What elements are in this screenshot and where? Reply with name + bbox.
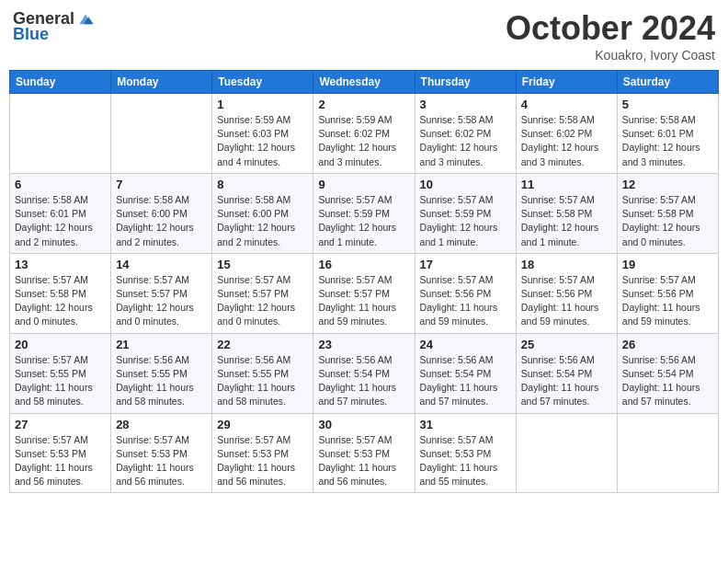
day-info: Sunrise: 5:57 AM Sunset: 5:57 PM Dayligh…	[116, 273, 207, 329]
table-row: 5Sunrise: 5:58 AM Sunset: 6:01 PM Daylig…	[617, 94, 718, 174]
day-number: 12	[622, 178, 713, 191]
day-number: 24	[420, 338, 511, 351]
header-sunday: Sunday	[10, 71, 111, 94]
table-row: 20Sunrise: 5:57 AM Sunset: 5:55 PM Dayli…	[10, 333, 111, 413]
day-info: Sunrise: 5:57 AM Sunset: 5:53 PM Dayligh…	[15, 433, 106, 489]
day-info: Sunrise: 5:57 AM Sunset: 5:53 PM Dayligh…	[318, 433, 409, 489]
table-row: 22Sunrise: 5:56 AM Sunset: 5:55 PM Dayli…	[212, 333, 313, 413]
day-info: Sunrise: 5:57 AM Sunset: 5:53 PM Dayligh…	[420, 433, 511, 489]
header-monday: Monday	[111, 71, 212, 94]
day-info: Sunrise: 5:56 AM Sunset: 5:54 PM Dayligh…	[521, 353, 612, 409]
day-info: Sunrise: 5:57 AM Sunset: 5:59 PM Dayligh…	[318, 193, 409, 249]
day-number: 3	[420, 98, 511, 111]
day-info: Sunrise: 5:58 AM Sunset: 6:02 PM Dayligh…	[420, 113, 511, 169]
day-number: 18	[521, 258, 612, 271]
header-thursday: Thursday	[415, 71, 516, 94]
day-number: 21	[116, 338, 207, 351]
day-info: Sunrise: 5:57 AM Sunset: 5:59 PM Dayligh…	[420, 193, 511, 249]
table-row: 31Sunrise: 5:57 AM Sunset: 5:53 PM Dayli…	[415, 413, 516, 493]
page-header: General Blue October 2024 Kouakro, Ivory…	[9, 9, 719, 63]
table-row: 8Sunrise: 5:58 AM Sunset: 6:00 PM Daylig…	[212, 173, 313, 253]
table-row	[516, 413, 617, 493]
table-row: 30Sunrise: 5:57 AM Sunset: 5:53 PM Dayli…	[313, 413, 415, 493]
day-info: Sunrise: 5:56 AM Sunset: 5:54 PM Dayligh…	[622, 353, 713, 409]
day-info: Sunrise: 5:56 AM Sunset: 5:55 PM Dayligh…	[116, 353, 207, 409]
location-subtitle: Kouakro, Ivory Coast	[506, 48, 715, 63]
day-info: Sunrise: 5:57 AM Sunset: 5:58 PM Dayligh…	[15, 273, 106, 329]
day-number: 11	[521, 178, 612, 191]
day-info: Sunrise: 5:57 AM Sunset: 5:57 PM Dayligh…	[217, 273, 308, 329]
day-number: 5	[622, 98, 713, 111]
table-row: 14Sunrise: 5:57 AM Sunset: 5:57 PM Dayli…	[111, 253, 212, 333]
table-row	[617, 413, 718, 493]
day-info: Sunrise: 5:58 AM Sunset: 6:02 PM Dayligh…	[521, 113, 612, 169]
calendar-week-row: 1Sunrise: 5:59 AM Sunset: 6:03 PM Daylig…	[10, 94, 719, 174]
table-row: 15Sunrise: 5:57 AM Sunset: 5:57 PM Dayli…	[212, 253, 313, 333]
table-row: 23Sunrise: 5:56 AM Sunset: 5:54 PM Dayli…	[313, 333, 415, 413]
day-number: 9	[318, 178, 409, 191]
table-row: 25Sunrise: 5:56 AM Sunset: 5:54 PM Dayli…	[516, 333, 617, 413]
day-info: Sunrise: 5:57 AM Sunset: 5:53 PM Dayligh…	[217, 433, 308, 489]
table-row: 11Sunrise: 5:57 AM Sunset: 5:58 PM Dayli…	[516, 173, 617, 253]
month-title: October 2024	[506, 9, 715, 48]
day-number: 4	[521, 98, 612, 111]
table-row: 1Sunrise: 5:59 AM Sunset: 6:03 PM Daylig…	[212, 94, 313, 174]
day-info: Sunrise: 5:58 AM Sunset: 6:00 PM Dayligh…	[217, 193, 308, 249]
day-number: 10	[420, 178, 511, 191]
day-number: 29	[217, 418, 308, 431]
day-info: Sunrise: 5:58 AM Sunset: 6:01 PM Dayligh…	[622, 113, 713, 169]
day-number: 13	[15, 258, 106, 271]
logo-blue: Blue	[13, 25, 49, 44]
table-row: 18Sunrise: 5:57 AM Sunset: 5:56 PM Dayli…	[516, 253, 617, 333]
day-number: 20	[15, 338, 106, 351]
title-area: October 2024 Kouakro, Ivory Coast	[506, 9, 715, 63]
calendar-header-row: Sunday Monday Tuesday Wednesday Thursday…	[10, 71, 719, 94]
day-info: Sunrise: 5:59 AM Sunset: 6:02 PM Dayligh…	[318, 113, 409, 169]
logo-icon	[76, 10, 95, 29]
day-number: 19	[622, 258, 713, 271]
day-info: Sunrise: 5:57 AM Sunset: 5:55 PM Dayligh…	[15, 353, 106, 409]
table-row: 16Sunrise: 5:57 AM Sunset: 5:57 PM Dayli…	[313, 253, 415, 333]
table-row: 7Sunrise: 5:58 AM Sunset: 6:00 PM Daylig…	[111, 173, 212, 253]
logo: General Blue	[13, 9, 95, 44]
day-number: 16	[318, 258, 409, 271]
table-row: 26Sunrise: 5:56 AM Sunset: 5:54 PM Dayli…	[617, 333, 718, 413]
calendar-week-row: 20Sunrise: 5:57 AM Sunset: 5:55 PM Dayli…	[10, 333, 719, 413]
day-info: Sunrise: 5:57 AM Sunset: 5:53 PM Dayligh…	[116, 433, 207, 489]
header-friday: Friday	[516, 71, 617, 94]
day-info: Sunrise: 5:57 AM Sunset: 5:58 PM Dayligh…	[521, 193, 612, 249]
day-number: 22	[217, 338, 308, 351]
table-row: 10Sunrise: 5:57 AM Sunset: 5:59 PM Dayli…	[415, 173, 516, 253]
table-row: 3Sunrise: 5:58 AM Sunset: 6:02 PM Daylig…	[415, 94, 516, 174]
day-number: 26	[622, 338, 713, 351]
calendar-table: Sunday Monday Tuesday Wednesday Thursday…	[9, 70, 719, 493]
calendar-week-row: 6Sunrise: 5:58 AM Sunset: 6:01 PM Daylig…	[10, 173, 719, 253]
table-row: 17Sunrise: 5:57 AM Sunset: 5:56 PM Dayli…	[415, 253, 516, 333]
header-tuesday: Tuesday	[212, 71, 313, 94]
table-row: 13Sunrise: 5:57 AM Sunset: 5:58 PM Dayli…	[10, 253, 111, 333]
table-row: 29Sunrise: 5:57 AM Sunset: 5:53 PM Dayli…	[212, 413, 313, 493]
table-row: 6Sunrise: 5:58 AM Sunset: 6:01 PM Daylig…	[10, 173, 111, 253]
day-number: 15	[217, 258, 308, 271]
table-row: 4Sunrise: 5:58 AM Sunset: 6:02 PM Daylig…	[516, 94, 617, 174]
table-row: 19Sunrise: 5:57 AM Sunset: 5:56 PM Dayli…	[617, 253, 718, 333]
day-info: Sunrise: 5:56 AM Sunset: 5:55 PM Dayligh…	[217, 353, 308, 409]
day-number: 27	[15, 418, 106, 431]
day-number: 1	[217, 98, 308, 111]
day-number: 30	[318, 418, 409, 431]
table-row	[10, 94, 111, 174]
table-row: 9Sunrise: 5:57 AM Sunset: 5:59 PM Daylig…	[313, 173, 415, 253]
table-row: 2Sunrise: 5:59 AM Sunset: 6:02 PM Daylig…	[313, 94, 415, 174]
table-row: 28Sunrise: 5:57 AM Sunset: 5:53 PM Dayli…	[111, 413, 212, 493]
day-info: Sunrise: 5:56 AM Sunset: 5:54 PM Dayligh…	[318, 353, 409, 409]
day-number: 6	[15, 178, 106, 191]
day-info: Sunrise: 5:57 AM Sunset: 5:57 PM Dayligh…	[318, 273, 409, 329]
day-info: Sunrise: 5:57 AM Sunset: 5:56 PM Dayligh…	[521, 273, 612, 329]
day-info: Sunrise: 5:58 AM Sunset: 6:00 PM Dayligh…	[116, 193, 207, 249]
day-info: Sunrise: 5:57 AM Sunset: 5:58 PM Dayligh…	[622, 193, 713, 249]
day-info: Sunrise: 5:58 AM Sunset: 6:01 PM Dayligh…	[15, 193, 106, 249]
calendar-week-row: 13Sunrise: 5:57 AM Sunset: 5:58 PM Dayli…	[10, 253, 719, 333]
day-info: Sunrise: 5:59 AM Sunset: 6:03 PM Dayligh…	[217, 113, 308, 169]
day-number: 23	[318, 338, 409, 351]
day-number: 28	[116, 418, 207, 431]
